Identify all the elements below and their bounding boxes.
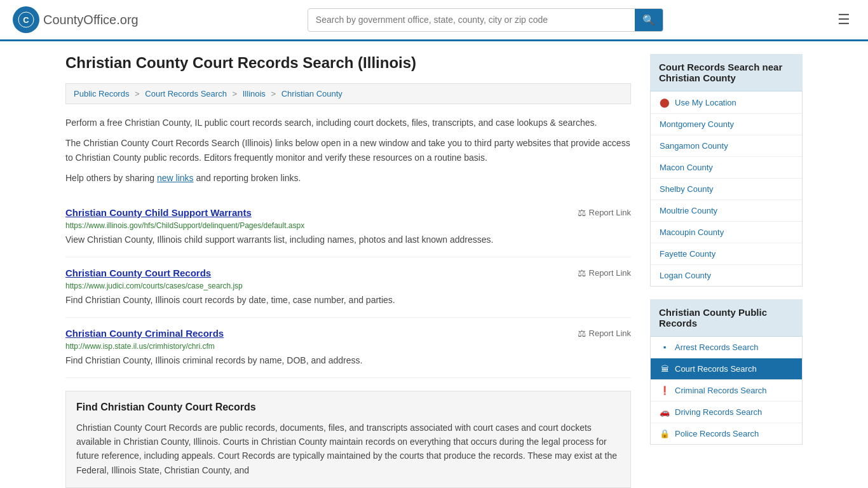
public-record-item-3[interactable]: 🚗Driving Records Search [651, 402, 802, 423]
search-bar: 🔍 [308, 8, 663, 32]
search-button[interactable]: 🔍 [635, 9, 663, 31]
header: C CountyOffice.org 🔍 ☰ [0, 0, 868, 41]
use-my-location-link[interactable]: Use My Location [675, 98, 736, 107]
nearby-county-link-7[interactable]: Logan County [660, 271, 711, 280]
record-title-0[interactable]: Christian County Child Support Warrants [65, 207, 252, 218]
record-desc-1: Find Christian County, Illinois court re… [65, 294, 631, 307]
public-record-icon-4: 🔒 [660, 429, 670, 438]
nearby-county-1[interactable]: Sangamon County [651, 135, 802, 157]
nearby-county-5[interactable]: Macoupin County [651, 222, 802, 243]
record-url-2: http://www.isp.state.il.us/crimhistory/c… [65, 342, 631, 351]
search-input[interactable] [308, 10, 635, 30]
logo-text: CountyOffice.org [43, 13, 139, 27]
public-record-link-0[interactable]: Arrest Records Search [675, 342, 759, 352]
find-section: Find Christian County Court Records Chri… [65, 391, 631, 488]
sidebar: Court Records Search near Christian Coun… [650, 54, 803, 488]
page-title: Christian County Court Records Search (I… [65, 54, 631, 72]
menu-button[interactable]: ☰ [832, 9, 855, 30]
report-icon-1: ⚖ [578, 268, 586, 279]
public-record-icon-0: ▪ [660, 342, 670, 352]
public-records-list: ▪Arrest Records Search🏛Court Records Sea… [650, 337, 803, 445]
search-icon: 🔍 [642, 15, 655, 25]
nearby-county-3[interactable]: Shelby County [651, 179, 802, 200]
public-record-item-4[interactable]: 🔒Police Records Search [651, 423, 802, 444]
nearby-county-link-0[interactable]: Montgomery County [660, 119, 734, 129]
public-record-icon-1: 🏛 [660, 364, 670, 374]
use-my-location-item[interactable]: ⬤ Use My Location [651, 92, 802, 114]
logo-icon: C [13, 6, 39, 33]
report-link-btn-1[interactable]: ⚖ Report Link [578, 268, 631, 279]
desc-para-1: Perform a free Christian County, IL publ… [65, 116, 631, 130]
breadcrumb-sep-2: > [233, 89, 238, 98]
breadcrumb-illinois[interactable]: Illinois [243, 89, 266, 98]
records-container: Christian County Child Support Warrants … [65, 197, 631, 378]
public-records-section: Christian County Public Records ▪Arrest … [650, 299, 803, 445]
record-item: Christian County Court Records ⚖ Report … [65, 257, 631, 318]
public-record-link-3[interactable]: Driving Records Search [675, 407, 762, 417]
nearby-county-link-3[interactable]: Shelby County [660, 184, 714, 194]
breadcrumb-public-records[interactable]: Public Records [74, 89, 129, 98]
nearby-county-link-4[interactable]: Moultrie County [660, 206, 717, 215]
report-icon-2: ⚖ [578, 328, 586, 339]
nearby-county-6[interactable]: Fayette County [651, 243, 802, 265]
public-record-icon-2: ❗ [660, 386, 670, 395]
nearby-county-4[interactable]: Moultrie County [651, 200, 802, 222]
record-title-2[interactable]: Christian County Criminal Records [65, 328, 224, 339]
breadcrumb-sep-1: > [135, 89, 140, 98]
record-desc-2: Find Christian County, Illinois criminal… [65, 354, 631, 367]
nearby-county-link-2[interactable]: Macon County [660, 163, 713, 172]
record-item: Christian County Criminal Records ⚖ Repo… [65, 318, 631, 378]
nearby-header: Court Records Search near Christian Coun… [650, 54, 803, 92]
nearby-county-link-1[interactable]: Sangamon County [660, 141, 728, 151]
public-records-header: Christian County Public Records [650, 299, 803, 337]
svg-text:C: C [23, 15, 29, 25]
desc-para-2: The Christian County Court Records Searc… [65, 136, 631, 165]
find-section-body: Christian County Court Records are publi… [76, 421, 620, 478]
record-item: Christian County Child Support Warrants … [65, 197, 631, 257]
new-links-link[interactable]: new links [157, 173, 194, 183]
content-area: Christian County Court Records Search (I… [65, 54, 631, 488]
breadcrumb-court-records[interactable]: Court Records Search [145, 89, 227, 98]
nearby-list: ⬤ Use My Location Montgomery CountySanga… [650, 92, 803, 287]
report-link-btn-2[interactable]: ⚖ Report Link [578, 328, 631, 339]
public-record-label-1: Court Records Search [675, 364, 757, 374]
main-container: Christian County Court Records Search (I… [53, 41, 815, 488]
location-icon: ⬤ [660, 97, 670, 107]
nearby-county-7[interactable]: Logan County [651, 265, 802, 286]
find-section-title: Find Christian County Court Records [76, 402, 620, 413]
public-record-item-1[interactable]: 🏛Court Records Search [651, 358, 802, 380]
record-url-0: https://www.illinois.gov/hfs/ChildSuppor… [65, 221, 631, 230]
nearby-county-link-5[interactable]: Macoupin County [660, 227, 724, 237]
logo-area: C CountyOffice.org [13, 6, 139, 33]
report-link-btn-0[interactable]: ⚖ Report Link [578, 207, 631, 219]
hamburger-icon: ☰ [837, 11, 850, 27]
breadcrumb: Public Records > Court Records Search > … [65, 83, 631, 104]
record-desc-0: View Christian County, Illinois child su… [65, 233, 631, 247]
nearby-section: Court Records Search near Christian Coun… [650, 54, 803, 287]
public-record-link-2[interactable]: Criminal Records Search [675, 386, 767, 395]
desc-para-3: Help others by sharing new links and rep… [65, 171, 631, 185]
report-icon-0: ⚖ [578, 207, 586, 219]
public-record-link-4[interactable]: Police Records Search [675, 429, 759, 438]
public-record-item-2[interactable]: ❗Criminal Records Search [651, 380, 802, 402]
public-record-icon-3: 🚗 [660, 407, 670, 417]
description-block: Perform a free Christian County, IL publ… [65, 116, 631, 186]
nearby-county-2[interactable]: Macon County [651, 157, 802, 179]
breadcrumb-christian-county[interactable]: Christian County [281, 89, 342, 98]
record-title-1[interactable]: Christian County Court Records [65, 268, 211, 278]
record-url-1: https://www.judici.com/courts/cases/case… [65, 281, 631, 290]
nearby-county-link-6[interactable]: Fayette County [660, 249, 715, 259]
breadcrumb-sep-3: > [271, 89, 276, 98]
public-record-item-0[interactable]: ▪Arrest Records Search [651, 337, 802, 358]
nearby-county-0[interactable]: Montgomery County [651, 114, 802, 135]
